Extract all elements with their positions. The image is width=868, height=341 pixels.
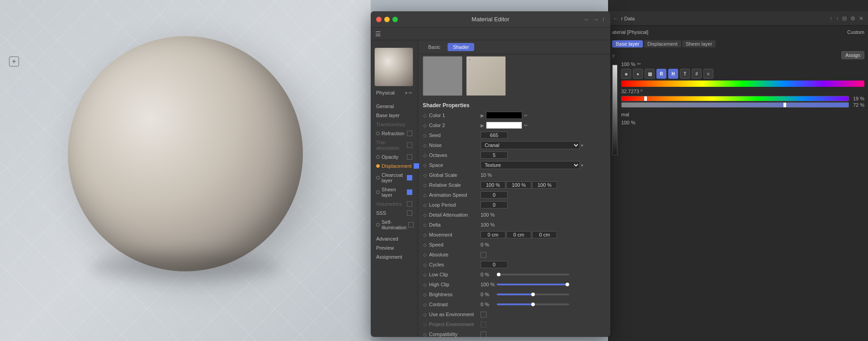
brightness-slider[interactable] <box>497 294 569 295</box>
r-panel-nav-up1[interactable]: ↑ <box>830 15 832 22</box>
space-dropdown-arrow[interactable]: ▾ <box>581 163 583 168</box>
r-tool-H[interactable]: H <box>668 69 678 79</box>
color1-swatch[interactable] <box>486 112 522 119</box>
project-env-checkbox[interactable] <box>481 322 486 327</box>
nav-up[interactable]: ↑ <box>602 16 605 23</box>
r-tab-sheen-layer[interactable]: Sheen layer <box>682 40 716 47</box>
nav-item-general[interactable]: General <box>371 102 418 111</box>
r-hue-slider[interactable] <box>621 96 849 101</box>
detail-attenuation-value-wrap: 100 % <box>481 212 606 218</box>
contrast-slider[interactable] <box>497 303 569 305</box>
sheen-checkbox[interactable] <box>407 189 412 195</box>
clearcoat-checkbox[interactable] <box>407 175 412 180</box>
r-panel-settings[interactable]: ⚙ <box>850 15 855 22</box>
expand-arrow[interactable]: ▼ <box>467 57 472 62</box>
noise-dropdown-arrow[interactable]: ▾ <box>581 143 583 148</box>
high-clip-slider[interactable] <box>497 284 569 285</box>
color2-arrow[interactable]: ▶ <box>481 123 484 128</box>
nav-item-displacement[interactable]: Displacement <box>371 161 418 170</box>
r-tool-hash2[interactable]: ≡ <box>703 69 713 79</box>
nav-item-volumetrics[interactable]: Volumetrics <box>371 199 418 208</box>
displacement-dot <box>376 164 380 168</box>
low-clip-slider[interactable] <box>497 274 569 275</box>
relative-scale-input-3[interactable] <box>532 181 557 189</box>
nav-item-self-illumination-label: Self-illumination <box>382 219 406 230</box>
use-as-env-value-wrap <box>481 312 606 317</box>
nav-forward[interactable]: → <box>593 16 599 23</box>
nav-item-preview[interactable]: Preview <box>371 243 418 252</box>
r-edit-icon[interactable]: ✏ <box>637 61 641 67</box>
color1-arrow[interactable]: ▶ <box>481 113 484 118</box>
r-tool-R[interactable]: R <box>656 69 666 79</box>
cycles-value-wrap <box>481 261 606 268</box>
r-panel-close[interactable]: ✕ <box>859 15 863 22</box>
r-panel-nav-up2[interactable]: ↑ <box>836 15 839 22</box>
r-panel-nav-back[interactable]: ← <box>613 15 618 22</box>
space-label: Space <box>429 162 479 168</box>
nav-back[interactable]: ← <box>584 16 590 23</box>
cycles-input[interactable] <box>481 261 508 268</box>
nav-item-sheen[interactable]: Sheen layer <box>371 185 418 199</box>
nav-item-thin-absorption[interactable]: Thin absorption <box>371 138 418 152</box>
nav-item-base-layer[interactable]: Base layer <box>371 111 418 120</box>
movement-input-3[interactable] <box>532 231 557 238</box>
material-type-label: Physical <box>376 90 395 95</box>
prop-octaves: Octaves <box>418 150 610 160</box>
octaves-input[interactable] <box>481 152 508 159</box>
nav-item-sss[interactable]: SSS <box>371 208 418 218</box>
minimize-button[interactable] <box>384 17 390 22</box>
close-button[interactable] <box>376 17 382 22</box>
r-panel-filter[interactable]: ⊟ <box>842 15 847 22</box>
r-tool-T[interactable]: T <box>680 69 690 79</box>
nav-item-opacity[interactable]: Opacity <box>371 152 418 161</box>
nav-item-self-illumination[interactable]: Self-illumination <box>371 218 418 232</box>
color2-swatch[interactable] <box>486 122 522 129</box>
menu-hamburger[interactable]: ☰ <box>375 30 381 38</box>
noise-dropdown[interactable]: Cranal <box>481 141 580 149</box>
r-sat-slider[interactable] <box>621 102 849 108</box>
nav-item-translucency[interactable]: Translucency <box>371 120 418 129</box>
add-button[interactable]: + <box>9 57 19 66</box>
nav-item-refraction[interactable]: Refraction <box>371 129 418 138</box>
refraction-checkbox[interactable] <box>407 131 412 136</box>
r-assign-button[interactable]: Assign <box>841 51 864 59</box>
sss-checkbox[interactable] <box>407 210 412 216</box>
space-dropdown[interactable]: Texture <box>481 161 580 169</box>
sphere-shadow <box>90 253 280 280</box>
octaves-value-wrap <box>481 152 606 159</box>
r-gradient-strip <box>612 65 618 155</box>
movement-input-2[interactable] <box>506 231 531 238</box>
movement-input-1[interactable] <box>481 231 505 238</box>
r-tab-base-layer[interactable]: Base layer <box>612 40 643 47</box>
r-tab-displacement[interactable]: Displacement <box>644 40 681 47</box>
relative-scale-input-1[interactable] <box>481 181 505 189</box>
detail-attenuation-label: Detail Attenuation <box>429 212 479 218</box>
r-tool-circle[interactable]: ● <box>633 69 643 79</box>
maximize-button[interactable] <box>392 17 398 22</box>
loop-period-input[interactable] <box>481 201 508 208</box>
nav-item-clearcoat[interactable]: Clearcoat layer <box>371 170 418 185</box>
absolute-checkbox[interactable] <box>481 252 486 258</box>
nav-item-assignment[interactable]: Assignment <box>371 252 418 261</box>
compatibility-checkbox[interactable] <box>481 332 486 337</box>
tab-shader[interactable]: Shader <box>448 43 474 51</box>
material-type-arrow[interactable]: ▾ ✏ <box>405 90 412 95</box>
self-illumination-checkbox[interactable] <box>408 222 414 227</box>
seed-input[interactable] <box>481 132 508 139</box>
r-slider-2-value: 72 % <box>851 102 864 108</box>
nav-item-advanced[interactable]: Advanced <box>371 234 418 243</box>
use-as-env-checkbox[interactable] <box>481 312 486 317</box>
r-tool-square[interactable]: ■ <box>621 69 631 79</box>
relative-scale-input-2[interactable] <box>506 181 531 189</box>
r-tool-img[interactable]: ▦ <box>645 69 655 79</box>
tab-basic[interactable]: Basic <box>423 43 446 51</box>
volumetrics-checkbox[interactable] <box>407 201 412 207</box>
displacement-checkbox[interactable] <box>414 163 419 169</box>
thin-absorption-checkbox[interactable] <box>407 142 412 148</box>
r-tool-hash1[interactable]: # <box>692 69 702 79</box>
color2-edit[interactable]: ✏ <box>524 123 528 128</box>
opacity-checkbox[interactable] <box>407 154 412 160</box>
color1-edit[interactable]: ✏ <box>524 113 528 118</box>
r-color-bar[interactable] <box>621 81 864 87</box>
animation-speed-input[interactable] <box>481 191 508 199</box>
